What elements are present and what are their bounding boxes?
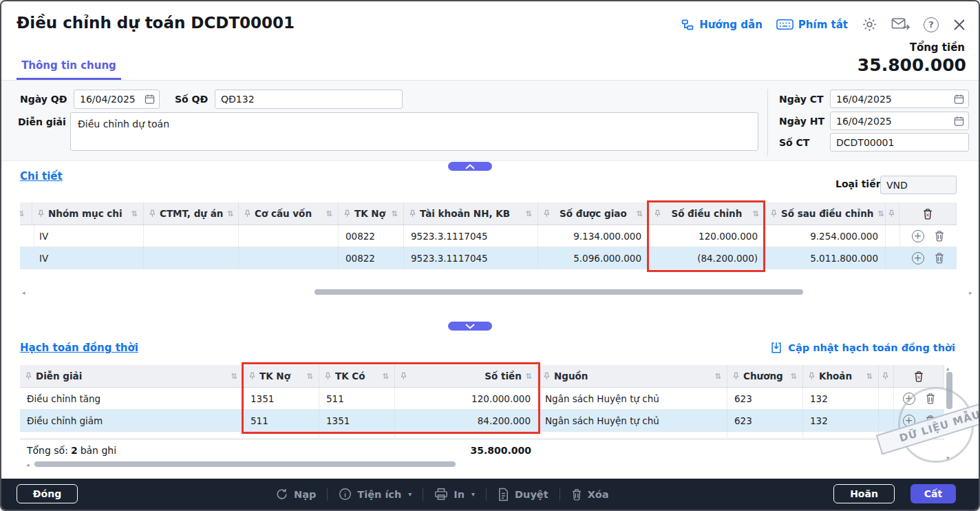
col-header-chapter[interactable]: Chương⇅ <box>727 365 803 388</box>
sort-icon: ⇅ <box>637 209 643 218</box>
vertical-scrollbar[interactable] <box>946 372 952 409</box>
posting-date-label: Ngày HT <box>779 116 824 127</box>
col-header-group[interactable]: Nhóm mục chi⇅ <box>32 202 144 225</box>
total-amount-label: Tổng tiền <box>910 41 965 54</box>
tab-general-info[interactable]: Thông tin chung <box>17 59 121 81</box>
calendar-icon[interactable] <box>954 116 964 126</box>
cell-program <box>144 225 239 247</box>
col-header-program[interactable]: CTMT, dự án⇅ <box>144 202 239 225</box>
description-input[interactable]: Điều chỉnh dự toán <box>70 112 758 151</box>
gear-icon[interactable] <box>862 17 877 32</box>
collapse-header-button[interactable] <box>448 162 492 171</box>
calendar-icon[interactable] <box>145 94 155 105</box>
pin-column-header[interactable] <box>879 365 894 388</box>
general-info-form: Ngày QĐ Số QĐ Diễn giải Điều chỉnh dự to… <box>1 80 979 161</box>
cell-debit: 1351 <box>244 388 319 410</box>
sort-icon: ⇅ <box>715 372 721 381</box>
col-header-item[interactable]: Khoản⇅ <box>803 365 879 388</box>
scroll-left-arrow[interactable]: ◂ <box>22 289 25 296</box>
save-button[interactable]: Cất <box>910 484 956 503</box>
col-header-bank[interactable]: Tài khoản NH, KB⇅ <box>404 202 538 225</box>
col-header-assigned[interactable]: Số được giao⇅ <box>538 202 649 225</box>
close-button[interactable]: Đóng <box>17 484 78 503</box>
doc-date-input[interactable] <box>830 90 969 108</box>
record-count-summary: Tổng số: 2 bản ghi <box>20 439 244 461</box>
help-icon[interactable]: ? <box>924 17 939 32</box>
detail-table: ⇅ Nhóm mục chi⇅ CTMT, dự án⇅ Cơ cấu vốn⇅… <box>20 202 957 269</box>
currency-input[interactable] <box>880 176 957 194</box>
calendar-icon[interactable] <box>954 94 964 104</box>
decision-no-label: Số QĐ <box>175 94 208 105</box>
col-header-debit[interactable]: TK Nợ⇅ <box>244 365 319 388</box>
page-title: Điều chỉnh dự toán DCDT00001 <box>17 14 295 32</box>
col-header-credit[interactable]: TK Có⇅ <box>319 365 395 388</box>
cell-debit: 00822 <box>339 225 404 247</box>
scroll-down-arrow[interactable]: ▾ <box>946 455 950 461</box>
expand-detail-button[interactable] <box>448 322 492 331</box>
cell-capital <box>239 247 339 269</box>
pin-icon <box>888 209 895 218</box>
update-simultaneous-link[interactable]: Cập nhật hạch toán đồng thời <box>770 342 955 354</box>
col-header-description[interactable]: Diễn giải⇅ <box>20 365 244 388</box>
cell-group: IV <box>32 247 144 269</box>
col-header-after[interactable]: Số sau điều chỉnh⇅ <box>765 202 886 225</box>
delete-row-icon[interactable] <box>925 415 936 426</box>
approve-button[interactable]: Duyệt <box>498 488 548 501</box>
postpone-button[interactable]: Hoãn <box>833 484 895 503</box>
scroll-up-arrow[interactable]: ▴ <box>946 365 950 372</box>
add-row-icon[interactable]: + <box>903 393 915 405</box>
col-header-capital[interactable]: Cơ cấu vốn⇅ <box>239 202 339 225</box>
delete-all-column-header[interactable]: ✕ <box>899 202 957 225</box>
add-row-icon[interactable]: + <box>912 252 924 264</box>
description-label: Diễn giải <box>18 116 66 127</box>
scroll-left-arrow[interactable]: ◂ <box>26 461 30 468</box>
close-icon[interactable] <box>952 18 966 32</box>
col-header-debit[interactable]: TK Nợ⇅ <box>339 202 404 225</box>
col-header-source[interactable]: Nguồn⇅ <box>538 365 727 388</box>
printer-icon <box>434 488 448 501</box>
decision-no-input[interactable] <box>215 90 403 109</box>
simultaneous-section-link[interactable]: Hạch toán đồng thời <box>20 342 138 354</box>
send-mail-icon[interactable] <box>891 17 910 32</box>
titlebar-actions: Hướng dẫn Phím tắt <box>681 17 966 32</box>
pin-icon <box>654 209 661 218</box>
horizontal-scrollbar[interactable] <box>34 461 456 467</box>
doc-no-input[interactable] <box>830 133 969 152</box>
add-row-icon[interactable]: + <box>903 415 915 427</box>
guide-link[interactable]: Hướng dẫn <box>681 18 763 32</box>
document-icon <box>498 488 509 501</box>
delete-row-icon[interactable] <box>934 230 945 242</box>
delete-all-icon: ✕ <box>913 371 924 382</box>
posting-date-input[interactable] <box>830 112 969 130</box>
cell-debit: 511 <box>244 410 319 432</box>
delete-button[interactable]: Xóa <box>571 488 609 501</box>
add-row-icon[interactable]: + <box>912 230 924 242</box>
reload-button[interactable]: Nạp <box>275 488 316 501</box>
delete-row-icon[interactable] <box>934 252 945 264</box>
cell-assigned: 5.096.000.000 <box>538 247 649 269</box>
pin-icon <box>809 372 815 380</box>
vertical-scrollbar-track[interactable]: ▴ ▾ <box>946 366 952 459</box>
utilities-button[interactable]: Tiện ích ▾ <box>339 488 412 501</box>
pin-column-header[interactable] <box>886 202 899 225</box>
doc-date-wrap <box>830 90 969 108</box>
cell-bank: 9523.3.1117045 <box>404 247 538 269</box>
cell-description: Điều chỉnh tăng <box>20 388 244 410</box>
clipped-column-header: ⇅ <box>20 202 32 225</box>
delete-all-column-header[interactable]: ✕ <box>894 365 944 388</box>
shortcuts-link[interactable]: Phím tắt <box>776 18 848 31</box>
delete-row-icon[interactable] <box>925 393 936 404</box>
sort-icon: ⇅ <box>227 209 233 218</box>
col-header-adjusted[interactable]: Số điều chỉnh⇅ <box>649 202 765 225</box>
adjust-budget-dialog: Điều chỉnh dự toán DCDT00001 Hướng dẫn <box>0 0 980 511</box>
pin-icon <box>25 372 32 380</box>
doc-no-label: Số CT <box>779 137 809 148</box>
form-divider <box>767 89 768 156</box>
horizontal-scrollbar[interactable] <box>315 289 803 295</box>
print-button[interactable]: In ▾ <box>434 488 475 501</box>
col-header-amount[interactable]: Số tiền⇅ <box>395 365 538 388</box>
title-bar: Điều chỉnh dự toán DCDT00001 Hướng dẫn <box>1 1 979 80</box>
pin-icon <box>544 209 550 218</box>
scroll-right-arrow[interactable]: ▸ <box>969 289 972 296</box>
detail-section-link[interactable]: Chi tiết <box>20 170 63 182</box>
